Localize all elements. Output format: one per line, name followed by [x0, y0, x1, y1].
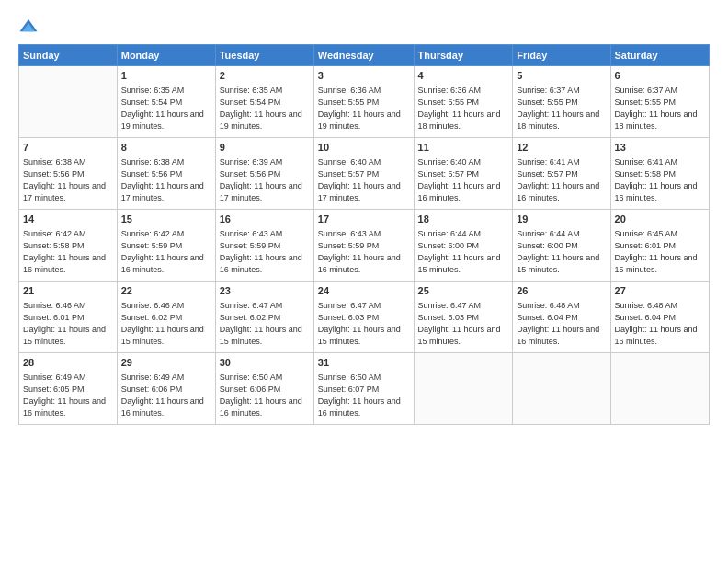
cell-details: Sunrise: 6:47 AM Sunset: 6:03 PM Dayligh… — [418, 300, 509, 348]
day-number: 5 — [517, 69, 606, 84]
calendar-cell: 9Sunrise: 6:39 AM Sunset: 5:56 PM Daylig… — [215, 138, 313, 210]
day-number: 27 — [615, 284, 705, 299]
cell-details: Sunrise: 6:50 AM Sunset: 6:06 PM Dayligh… — [220, 372, 310, 419]
cell-details: Sunrise: 6:48 AM Sunset: 6:04 PM Dayligh… — [615, 300, 705, 348]
cell-details: Sunrise: 6:43 AM Sunset: 5:59 PM Dayligh… — [318, 228, 410, 276]
calendar-cell: 28Sunrise: 6:49 AM Sunset: 6:05 PM Dayli… — [19, 353, 118, 425]
logo — [18, 17, 40, 37]
calendar-week-row: 7Sunrise: 6:38 AM Sunset: 5:56 PM Daylig… — [19, 138, 710, 210]
calendar-cell: 29Sunrise: 6:49 AM Sunset: 6:06 PM Dayli… — [117, 353, 215, 425]
calendar-cell: 19Sunrise: 6:44 AM Sunset: 6:00 PM Dayli… — [513, 210, 610, 282]
cell-details: Sunrise: 6:41 AM Sunset: 5:58 PM Dayligh… — [615, 156, 705, 204]
cell-details: Sunrise: 6:46 AM Sunset: 6:02 PM Dayligh… — [121, 300, 211, 348]
cell-details: Sunrise: 6:42 AM Sunset: 5:58 PM Dayligh… — [23, 228, 113, 276]
cell-details: Sunrise: 6:35 AM Sunset: 5:54 PM Dayligh… — [121, 85, 211, 132]
calendar-header-row: SundayMondayTuesdayWednesdayThursdayFrid… — [19, 45, 710, 66]
day-number: 14 — [23, 213, 113, 227]
calendar-day-header: Wednesday — [313, 45, 414, 66]
calendar-cell: 17Sunrise: 6:43 AM Sunset: 5:59 PM Dayli… — [313, 210, 414, 282]
cell-details: Sunrise: 6:50 AM Sunset: 6:07 PM Dayligh… — [318, 372, 410, 419]
day-number: 26 — [517, 284, 606, 299]
day-number: 20 — [615, 213, 705, 227]
day-number: 18 — [418, 213, 509, 227]
calendar-cell: 7Sunrise: 6:38 AM Sunset: 5:56 PM Daylig… — [19, 138, 118, 210]
cell-details: Sunrise: 6:40 AM Sunset: 5:57 PM Dayligh… — [418, 156, 509, 204]
cell-details: Sunrise: 6:49 AM Sunset: 6:06 PM Dayligh… — [121, 372, 211, 419]
calendar-cell: 8Sunrise: 6:38 AM Sunset: 5:56 PM Daylig… — [117, 138, 215, 210]
day-number: 15 — [121, 213, 211, 227]
calendar-week-row: 28Sunrise: 6:49 AM Sunset: 6:05 PM Dayli… — [19, 353, 710, 425]
day-number: 3 — [318, 69, 410, 84]
calendar-cell: 13Sunrise: 6:41 AM Sunset: 5:58 PM Dayli… — [610, 138, 709, 210]
day-number: 22 — [121, 284, 211, 299]
cell-details: Sunrise: 6:42 AM Sunset: 5:59 PM Dayligh… — [121, 228, 211, 276]
day-number: 1 — [121, 69, 211, 84]
calendar-week-row: 1Sunrise: 6:35 AM Sunset: 5:54 PM Daylig… — [19, 66, 710, 138]
calendar-cell — [414, 353, 513, 425]
calendar-cell: 3Sunrise: 6:36 AM Sunset: 5:55 PM Daylig… — [313, 66, 414, 138]
calendar-day-header: Sunday — [19, 45, 118, 66]
calendar-cell: 16Sunrise: 6:43 AM Sunset: 5:59 PM Dayli… — [215, 210, 313, 282]
day-number: 2 — [220, 69, 310, 84]
day-number: 21 — [23, 284, 113, 299]
cell-details: Sunrise: 6:36 AM Sunset: 5:55 PM Dayligh… — [418, 85, 509, 132]
cell-details: Sunrise: 6:49 AM Sunset: 6:05 PM Dayligh… — [23, 372, 113, 419]
calendar-cell: 26Sunrise: 6:48 AM Sunset: 6:04 PM Dayli… — [513, 282, 610, 353]
day-number: 25 — [418, 284, 509, 299]
calendar-cell: 25Sunrise: 6:47 AM Sunset: 6:03 PM Dayli… — [414, 282, 513, 353]
calendar-cell: 20Sunrise: 6:45 AM Sunset: 6:01 PM Dayli… — [610, 210, 709, 282]
day-number: 13 — [615, 141, 705, 155]
cell-details: Sunrise: 6:45 AM Sunset: 6:01 PM Dayligh… — [615, 228, 705, 276]
cell-details: Sunrise: 6:39 AM Sunset: 5:56 PM Dayligh… — [220, 156, 310, 204]
cell-details: Sunrise: 6:36 AM Sunset: 5:55 PM Dayligh… — [318, 85, 410, 132]
day-number: 29 — [121, 356, 211, 371]
calendar-cell: 12Sunrise: 6:41 AM Sunset: 5:57 PM Dayli… — [513, 138, 610, 210]
calendar-cell: 14Sunrise: 6:42 AM Sunset: 5:58 PM Dayli… — [19, 210, 118, 282]
cell-details: Sunrise: 6:46 AM Sunset: 6:01 PM Dayligh… — [23, 300, 113, 348]
calendar-table: SundayMondayTuesdayWednesdayThursdayFrid… — [18, 44, 710, 425]
calendar-cell: 31Sunrise: 6:50 AM Sunset: 6:07 PM Dayli… — [313, 353, 414, 425]
calendar-cell: 6Sunrise: 6:37 AM Sunset: 5:55 PM Daylig… — [610, 66, 709, 138]
cell-details: Sunrise: 6:44 AM Sunset: 6:00 PM Dayligh… — [418, 228, 509, 276]
cell-details: Sunrise: 6:38 AM Sunset: 5:56 PM Dayligh… — [121, 156, 211, 204]
calendar-cell — [513, 353, 610, 425]
calendar-day-header: Thursday — [414, 45, 513, 66]
header — [18, 17, 710, 37]
calendar-cell: 21Sunrise: 6:46 AM Sunset: 6:01 PM Dayli… — [19, 282, 118, 353]
calendar-cell: 24Sunrise: 6:47 AM Sunset: 6:03 PM Dayli… — [313, 282, 414, 353]
day-number: 19 — [517, 213, 606, 227]
day-number: 11 — [418, 141, 509, 155]
calendar-cell: 15Sunrise: 6:42 AM Sunset: 5:59 PM Dayli… — [117, 210, 215, 282]
calendar-cell: 5Sunrise: 6:37 AM Sunset: 5:55 PM Daylig… — [513, 66, 610, 138]
calendar-week-row: 14Sunrise: 6:42 AM Sunset: 5:58 PM Dayli… — [19, 210, 710, 282]
calendar-cell: 4Sunrise: 6:36 AM Sunset: 5:55 PM Daylig… — [414, 66, 513, 138]
calendar-cell: 2Sunrise: 6:35 AM Sunset: 5:54 PM Daylig… — [215, 66, 313, 138]
cell-details: Sunrise: 6:40 AM Sunset: 5:57 PM Dayligh… — [318, 156, 410, 204]
cell-details: Sunrise: 6:37 AM Sunset: 5:55 PM Dayligh… — [615, 85, 705, 132]
cell-details: Sunrise: 6:35 AM Sunset: 5:54 PM Dayligh… — [220, 85, 310, 132]
calendar-cell: 18Sunrise: 6:44 AM Sunset: 6:00 PM Dayli… — [414, 210, 513, 282]
calendar-cell: 10Sunrise: 6:40 AM Sunset: 5:57 PM Dayli… — [313, 138, 414, 210]
calendar-cell — [610, 353, 709, 425]
day-number: 7 — [23, 141, 113, 155]
day-number: 9 — [220, 141, 310, 155]
cell-details: Sunrise: 6:47 AM Sunset: 6:02 PM Dayligh… — [220, 300, 310, 348]
day-number: 31 — [318, 356, 410, 371]
calendar-cell: 1Sunrise: 6:35 AM Sunset: 5:54 PM Daylig… — [117, 66, 215, 138]
calendar-week-row: 21Sunrise: 6:46 AM Sunset: 6:01 PM Dayli… — [19, 282, 710, 353]
cell-details: Sunrise: 6:44 AM Sunset: 6:00 PM Dayligh… — [517, 228, 606, 276]
day-number: 30 — [220, 356, 310, 371]
page: SundayMondayTuesdayWednesdayThursdayFrid… — [0, 0, 728, 563]
calendar-cell: 22Sunrise: 6:46 AM Sunset: 6:02 PM Dayli… — [117, 282, 215, 353]
calendar-day-header: Friday — [513, 45, 610, 66]
day-number: 16 — [220, 213, 310, 227]
calendar-day-header: Tuesday — [215, 45, 313, 66]
cell-details: Sunrise: 6:37 AM Sunset: 5:55 PM Dayligh… — [517, 85, 606, 132]
calendar-day-header: Saturday — [610, 45, 709, 66]
day-number: 4 — [418, 69, 509, 84]
calendar-day-header: Monday — [117, 45, 215, 66]
cell-details: Sunrise: 6:43 AM Sunset: 5:59 PM Dayligh… — [220, 228, 310, 276]
calendar-cell: 23Sunrise: 6:47 AM Sunset: 6:02 PM Dayli… — [215, 282, 313, 353]
cell-details: Sunrise: 6:48 AM Sunset: 6:04 PM Dayligh… — [517, 300, 606, 348]
day-number: 10 — [318, 141, 410, 155]
